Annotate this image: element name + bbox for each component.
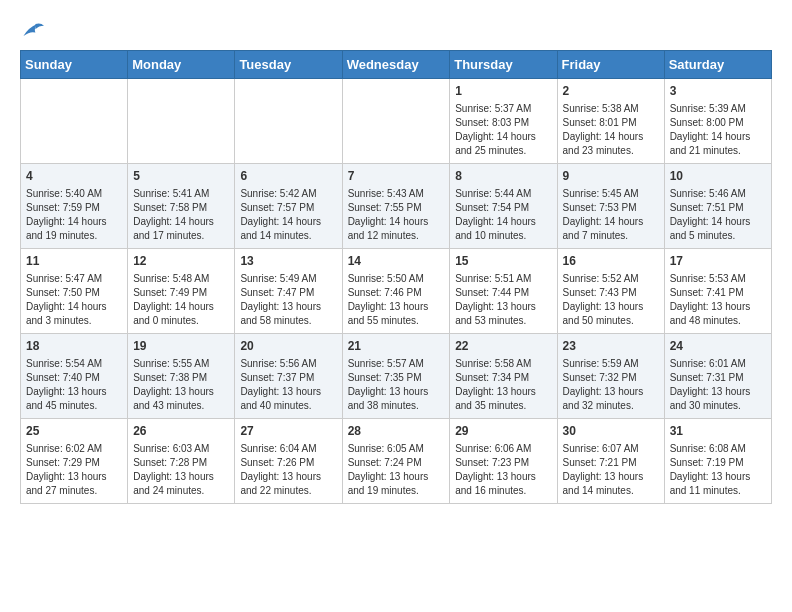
day-number: 2 [563,83,659,100]
day-info: Sunrise: 5:56 AM Sunset: 7:37 PM Dayligh… [240,357,336,413]
day-number: 23 [563,338,659,355]
day-info: Sunrise: 5:39 AM Sunset: 8:00 PM Dayligh… [670,102,766,158]
page-header [20,20,772,40]
day-number: 9 [563,168,659,185]
day-number: 24 [670,338,766,355]
calendar-cell: 8Sunrise: 5:44 AM Sunset: 7:54 PM Daylig… [450,164,557,249]
calendar-cell: 5Sunrise: 5:41 AM Sunset: 7:58 PM Daylig… [128,164,235,249]
calendar-cell: 17Sunrise: 5:53 AM Sunset: 7:41 PM Dayli… [664,249,771,334]
day-info: Sunrise: 6:05 AM Sunset: 7:24 PM Dayligh… [348,442,445,498]
calendar-cell: 23Sunrise: 5:59 AM Sunset: 7:32 PM Dayli… [557,334,664,419]
calendar-cell: 19Sunrise: 5:55 AM Sunset: 7:38 PM Dayli… [128,334,235,419]
day-number: 26 [133,423,229,440]
day-info: Sunrise: 5:43 AM Sunset: 7:55 PM Dayligh… [348,187,445,243]
day-number: 30 [563,423,659,440]
weekday-header-row: SundayMondayTuesdayWednesdayThursdayFrid… [21,51,772,79]
calendar-cell: 6Sunrise: 5:42 AM Sunset: 7:57 PM Daylig… [235,164,342,249]
logo-bird-icon [20,20,44,40]
weekday-header-thursday: Thursday [450,51,557,79]
day-number: 6 [240,168,336,185]
day-number: 25 [26,423,122,440]
day-number: 18 [26,338,122,355]
calendar-cell: 18Sunrise: 5:54 AM Sunset: 7:40 PM Dayli… [21,334,128,419]
day-info: Sunrise: 6:03 AM Sunset: 7:28 PM Dayligh… [133,442,229,498]
day-info: Sunrise: 5:47 AM Sunset: 7:50 PM Dayligh… [26,272,122,328]
calendar-cell: 4Sunrise: 5:40 AM Sunset: 7:59 PM Daylig… [21,164,128,249]
day-info: Sunrise: 5:42 AM Sunset: 7:57 PM Dayligh… [240,187,336,243]
day-info: Sunrise: 5:55 AM Sunset: 7:38 PM Dayligh… [133,357,229,413]
day-info: Sunrise: 5:50 AM Sunset: 7:46 PM Dayligh… [348,272,445,328]
day-number: 15 [455,253,551,270]
calendar-cell: 24Sunrise: 6:01 AM Sunset: 7:31 PM Dayli… [664,334,771,419]
calendar-week-row: 18Sunrise: 5:54 AM Sunset: 7:40 PM Dayli… [21,334,772,419]
day-info: Sunrise: 5:48 AM Sunset: 7:49 PM Dayligh… [133,272,229,328]
calendar-week-row: 1Sunrise: 5:37 AM Sunset: 8:03 PM Daylig… [21,79,772,164]
calendar-cell: 9Sunrise: 5:45 AM Sunset: 7:53 PM Daylig… [557,164,664,249]
day-info: Sunrise: 5:45 AM Sunset: 7:53 PM Dayligh… [563,187,659,243]
day-info: Sunrise: 5:38 AM Sunset: 8:01 PM Dayligh… [563,102,659,158]
calendar-cell: 10Sunrise: 5:46 AM Sunset: 7:51 PM Dayli… [664,164,771,249]
weekday-header-saturday: Saturday [664,51,771,79]
calendar-cell: 27Sunrise: 6:04 AM Sunset: 7:26 PM Dayli… [235,419,342,504]
calendar-cell: 11Sunrise: 5:47 AM Sunset: 7:50 PM Dayli… [21,249,128,334]
calendar-cell: 30Sunrise: 6:07 AM Sunset: 7:21 PM Dayli… [557,419,664,504]
calendar-cell: 28Sunrise: 6:05 AM Sunset: 7:24 PM Dayli… [342,419,450,504]
day-number: 11 [26,253,122,270]
calendar-cell: 25Sunrise: 6:02 AM Sunset: 7:29 PM Dayli… [21,419,128,504]
calendar-cell: 29Sunrise: 6:06 AM Sunset: 7:23 PM Dayli… [450,419,557,504]
day-info: Sunrise: 5:40 AM Sunset: 7:59 PM Dayligh… [26,187,122,243]
day-info: Sunrise: 5:51 AM Sunset: 7:44 PM Dayligh… [455,272,551,328]
weekday-header-monday: Monday [128,51,235,79]
calendar-cell: 21Sunrise: 5:57 AM Sunset: 7:35 PM Dayli… [342,334,450,419]
day-number: 17 [670,253,766,270]
day-number: 1 [455,83,551,100]
day-number: 28 [348,423,445,440]
day-number: 14 [348,253,445,270]
logo [20,20,44,40]
day-number: 4 [26,168,122,185]
day-info: Sunrise: 6:02 AM Sunset: 7:29 PM Dayligh… [26,442,122,498]
calendar-cell: 12Sunrise: 5:48 AM Sunset: 7:49 PM Dayli… [128,249,235,334]
day-info: Sunrise: 6:04 AM Sunset: 7:26 PM Dayligh… [240,442,336,498]
day-info: Sunrise: 5:52 AM Sunset: 7:43 PM Dayligh… [563,272,659,328]
day-info: Sunrise: 6:01 AM Sunset: 7:31 PM Dayligh… [670,357,766,413]
day-info: Sunrise: 5:54 AM Sunset: 7:40 PM Dayligh… [26,357,122,413]
day-info: Sunrise: 6:08 AM Sunset: 7:19 PM Dayligh… [670,442,766,498]
weekday-header-friday: Friday [557,51,664,79]
calendar-cell [21,79,128,164]
day-info: Sunrise: 5:37 AM Sunset: 8:03 PM Dayligh… [455,102,551,158]
day-number: 13 [240,253,336,270]
day-info: Sunrise: 6:07 AM Sunset: 7:21 PM Dayligh… [563,442,659,498]
weekday-header-sunday: Sunday [21,51,128,79]
day-number: 12 [133,253,229,270]
calendar-cell: 20Sunrise: 5:56 AM Sunset: 7:37 PM Dayli… [235,334,342,419]
day-number: 22 [455,338,551,355]
calendar-cell: 31Sunrise: 6:08 AM Sunset: 7:19 PM Dayli… [664,419,771,504]
weekday-header-tuesday: Tuesday [235,51,342,79]
day-info: Sunrise: 6:06 AM Sunset: 7:23 PM Dayligh… [455,442,551,498]
day-number: 21 [348,338,445,355]
day-number: 10 [670,168,766,185]
day-number: 7 [348,168,445,185]
day-info: Sunrise: 5:58 AM Sunset: 7:34 PM Dayligh… [455,357,551,413]
calendar-cell [128,79,235,164]
calendar-cell [342,79,450,164]
day-number: 5 [133,168,229,185]
day-number: 3 [670,83,766,100]
day-number: 16 [563,253,659,270]
day-info: Sunrise: 5:59 AM Sunset: 7:32 PM Dayligh… [563,357,659,413]
day-info: Sunrise: 5:57 AM Sunset: 7:35 PM Dayligh… [348,357,445,413]
day-info: Sunrise: 5:44 AM Sunset: 7:54 PM Dayligh… [455,187,551,243]
day-number: 20 [240,338,336,355]
weekday-header-wednesday: Wednesday [342,51,450,79]
day-number: 27 [240,423,336,440]
calendar-table: SundayMondayTuesdayWednesdayThursdayFrid… [20,50,772,504]
day-info: Sunrise: 5:49 AM Sunset: 7:47 PM Dayligh… [240,272,336,328]
day-number: 31 [670,423,766,440]
day-info: Sunrise: 5:53 AM Sunset: 7:41 PM Dayligh… [670,272,766,328]
calendar-cell: 2Sunrise: 5:38 AM Sunset: 8:01 PM Daylig… [557,79,664,164]
calendar-cell: 3Sunrise: 5:39 AM Sunset: 8:00 PM Daylig… [664,79,771,164]
calendar-cell: 26Sunrise: 6:03 AM Sunset: 7:28 PM Dayli… [128,419,235,504]
calendar-cell: 13Sunrise: 5:49 AM Sunset: 7:47 PM Dayli… [235,249,342,334]
day-info: Sunrise: 5:46 AM Sunset: 7:51 PM Dayligh… [670,187,766,243]
